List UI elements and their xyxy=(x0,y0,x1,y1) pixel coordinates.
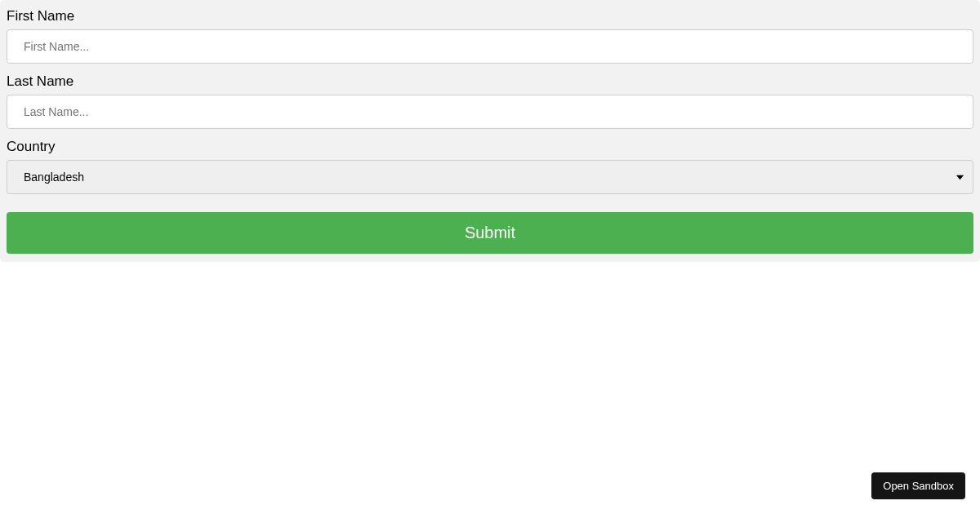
first-name-input[interactable] xyxy=(7,29,973,64)
country-label: Country xyxy=(7,139,973,155)
last-name-label: Last Name xyxy=(7,73,973,90)
open-sandbox-button[interactable]: Open Sandbox xyxy=(871,472,965,499)
first-name-label: First Name xyxy=(7,8,973,24)
country-select[interactable]: Bangladesh xyxy=(7,160,973,194)
last-name-input[interactable] xyxy=(7,95,973,129)
form-container: First Name Last Name Country Bangladesh … xyxy=(0,0,980,262)
submit-button[interactable]: Submit xyxy=(7,212,973,254)
